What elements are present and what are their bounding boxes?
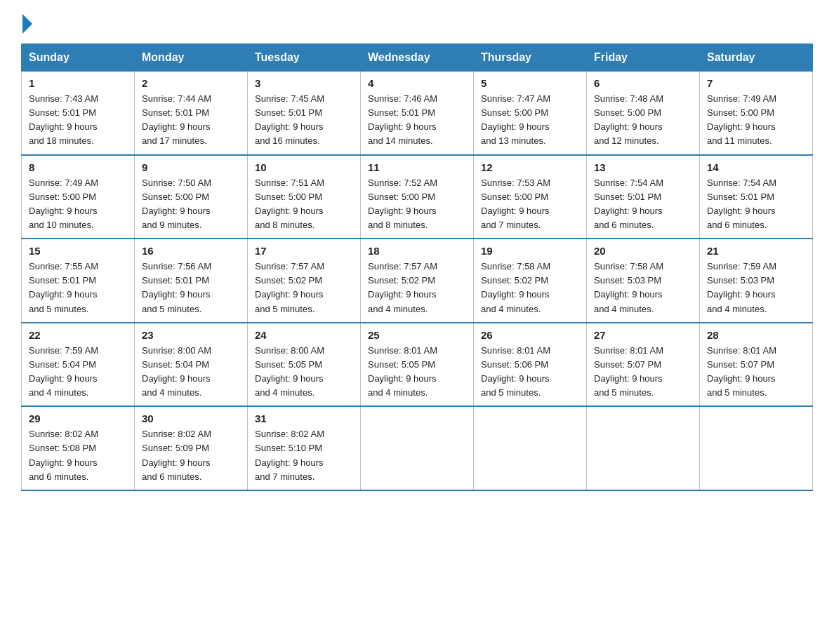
day-info: Sunrise: 7:43 AMSunset: 5:01 PMDaylight:… xyxy=(29,92,127,149)
day-number: 12 xyxy=(481,161,579,173)
day-info: Sunrise: 7:45 AMSunset: 5:01 PMDaylight:… xyxy=(255,92,353,149)
day-number: 16 xyxy=(142,245,240,257)
day-info: Sunrise: 8:00 AMSunset: 5:05 PMDaylight:… xyxy=(255,344,353,401)
day-number: 9 xyxy=(142,161,240,173)
day-number: 30 xyxy=(142,412,240,424)
day-info: Sunrise: 7:58 AMSunset: 5:03 PMDaylight:… xyxy=(594,260,692,316)
day-number: 27 xyxy=(594,329,692,341)
day-number: 18 xyxy=(368,245,466,257)
day-number: 10 xyxy=(255,161,353,173)
calendar-cell xyxy=(361,406,474,490)
day-number: 11 xyxy=(368,161,466,173)
calendar-week-row: 15Sunrise: 7:55 AMSunset: 5:01 PMDayligh… xyxy=(22,239,813,323)
calendar-cell: 29Sunrise: 8:02 AMSunset: 5:08 PMDayligh… xyxy=(22,406,135,490)
calendar-cell xyxy=(700,406,813,490)
day-info: Sunrise: 7:50 AMSunset: 5:00 PMDaylight:… xyxy=(142,176,240,233)
day-number: 20 xyxy=(594,245,692,257)
day-number: 6 xyxy=(594,77,692,89)
calendar-cell: 13Sunrise: 7:54 AMSunset: 5:01 PMDayligh… xyxy=(587,155,700,239)
day-info: Sunrise: 7:51 AMSunset: 5:00 PMDaylight:… xyxy=(255,176,353,233)
calendar-cell: 17Sunrise: 7:57 AMSunset: 5:02 PMDayligh… xyxy=(248,239,361,323)
calendar-cell: 26Sunrise: 8:01 AMSunset: 5:06 PMDayligh… xyxy=(474,323,587,407)
day-info: Sunrise: 7:52 AMSunset: 5:00 PMDaylight:… xyxy=(368,176,466,233)
calendar-cell xyxy=(587,406,700,490)
day-info: Sunrise: 7:55 AMSunset: 5:01 PMDaylight:… xyxy=(29,260,127,316)
calendar-week-row: 22Sunrise: 7:59 AMSunset: 5:04 PMDayligh… xyxy=(22,323,813,407)
calendar-cell: 14Sunrise: 7:54 AMSunset: 5:01 PMDayligh… xyxy=(700,155,813,239)
day-info: Sunrise: 7:46 AMSunset: 5:01 PMDaylight:… xyxy=(368,92,466,149)
calendar-week-row: 1Sunrise: 7:43 AMSunset: 5:01 PMDaylight… xyxy=(22,72,813,155)
header-monday: Monday xyxy=(135,44,248,72)
day-number: 5 xyxy=(481,77,579,89)
day-info: Sunrise: 7:56 AMSunset: 5:01 PMDaylight:… xyxy=(142,260,240,316)
day-info: Sunrise: 7:54 AMSunset: 5:01 PMDaylight:… xyxy=(707,176,805,233)
calendar-cell: 24Sunrise: 8:00 AMSunset: 5:05 PMDayligh… xyxy=(248,323,361,407)
day-number: 19 xyxy=(481,245,579,257)
calendar-cell: 12Sunrise: 7:53 AMSunset: 5:00 PMDayligh… xyxy=(474,155,587,239)
calendar-cell: 21Sunrise: 7:59 AMSunset: 5:03 PMDayligh… xyxy=(700,239,813,323)
calendar-cell: 9Sunrise: 7:50 AMSunset: 5:00 PMDaylight… xyxy=(135,155,248,239)
day-info: Sunrise: 7:58 AMSunset: 5:02 PMDaylight:… xyxy=(481,260,579,316)
day-info: Sunrise: 8:00 AMSunset: 5:04 PMDaylight:… xyxy=(142,344,240,401)
day-number: 4 xyxy=(368,77,466,89)
day-info: Sunrise: 7:53 AMSunset: 5:00 PMDaylight:… xyxy=(481,176,579,233)
day-info: Sunrise: 7:57 AMSunset: 5:02 PMDaylight:… xyxy=(368,260,466,316)
calendar-cell xyxy=(474,406,587,490)
calendar-cell: 20Sunrise: 7:58 AMSunset: 5:03 PMDayligh… xyxy=(587,239,700,323)
day-number: 14 xyxy=(707,161,805,173)
calendar-cell: 7Sunrise: 7:49 AMSunset: 5:00 PMDaylight… xyxy=(700,72,813,155)
header-tuesday: Tuesday xyxy=(248,44,361,72)
header-sunday: Sunday xyxy=(22,44,135,72)
day-info: Sunrise: 8:02 AMSunset: 5:08 PMDaylight:… xyxy=(29,427,127,484)
day-number: 31 xyxy=(255,412,353,424)
day-info: Sunrise: 8:02 AMSunset: 5:09 PMDaylight:… xyxy=(142,427,240,484)
day-info: Sunrise: 7:57 AMSunset: 5:02 PMDaylight:… xyxy=(255,260,353,316)
day-info: Sunrise: 8:02 AMSunset: 5:10 PMDaylight:… xyxy=(255,427,353,484)
calendar-cell: 5Sunrise: 7:47 AMSunset: 5:00 PMDaylight… xyxy=(474,72,587,155)
day-info: Sunrise: 7:47 AMSunset: 5:00 PMDaylight:… xyxy=(481,92,579,149)
calendar-cell: 4Sunrise: 7:46 AMSunset: 5:01 PMDaylight… xyxy=(361,72,474,155)
day-number: 13 xyxy=(594,161,692,173)
day-info: Sunrise: 7:48 AMSunset: 5:00 PMDaylight:… xyxy=(594,92,692,149)
calendar-cell: 1Sunrise: 7:43 AMSunset: 5:01 PMDaylight… xyxy=(22,72,135,155)
day-number: 25 xyxy=(368,329,466,341)
day-info: Sunrise: 7:59 AMSunset: 5:03 PMDaylight:… xyxy=(707,260,805,316)
logo-text xyxy=(21,14,33,34)
day-number: 28 xyxy=(707,329,805,341)
calendar-cell: 30Sunrise: 8:02 AMSunset: 5:09 PMDayligh… xyxy=(135,406,248,490)
calendar-cell: 15Sunrise: 7:55 AMSunset: 5:01 PMDayligh… xyxy=(22,239,135,323)
calendar-cell: 18Sunrise: 7:57 AMSunset: 5:02 PMDayligh… xyxy=(361,239,474,323)
day-number: 15 xyxy=(29,245,127,257)
calendar-cell: 25Sunrise: 8:01 AMSunset: 5:05 PMDayligh… xyxy=(361,323,474,407)
calendar-cell: 2Sunrise: 7:44 AMSunset: 5:01 PMDaylight… xyxy=(135,72,248,155)
header-friday: Friday xyxy=(587,44,700,72)
calendar-cell: 31Sunrise: 8:02 AMSunset: 5:10 PMDayligh… xyxy=(248,406,361,490)
calendar-table: SundayMondayTuesdayWednesdayThursdayFrid… xyxy=(21,43,813,491)
day-info: Sunrise: 8:01 AMSunset: 5:05 PMDaylight:… xyxy=(368,344,466,401)
day-info: Sunrise: 8:01 AMSunset: 5:06 PMDaylight:… xyxy=(481,344,579,401)
calendar-header-row: SundayMondayTuesdayWednesdayThursdayFrid… xyxy=(22,44,813,72)
logo xyxy=(21,14,33,31)
calendar-cell: 16Sunrise: 7:56 AMSunset: 5:01 PMDayligh… xyxy=(135,239,248,323)
day-number: 24 xyxy=(255,329,353,341)
calendar-cell: 19Sunrise: 7:58 AMSunset: 5:02 PMDayligh… xyxy=(474,239,587,323)
calendar-cell: 28Sunrise: 8:01 AMSunset: 5:07 PMDayligh… xyxy=(700,323,813,407)
calendar-cell: 22Sunrise: 7:59 AMSunset: 5:04 PMDayligh… xyxy=(22,323,135,407)
logo-triangle-icon xyxy=(22,14,32,34)
day-info: Sunrise: 8:01 AMSunset: 5:07 PMDaylight:… xyxy=(707,344,805,401)
calendar-cell: 6Sunrise: 7:48 AMSunset: 5:00 PMDaylight… xyxy=(587,72,700,155)
calendar-cell: 23Sunrise: 8:00 AMSunset: 5:04 PMDayligh… xyxy=(135,323,248,407)
day-number: 3 xyxy=(255,77,353,89)
day-number: 26 xyxy=(481,329,579,341)
calendar-cell: 3Sunrise: 7:45 AMSunset: 5:01 PMDaylight… xyxy=(248,72,361,155)
day-info: Sunrise: 7:59 AMSunset: 5:04 PMDaylight:… xyxy=(29,344,127,401)
page-header xyxy=(21,14,813,31)
calendar-cell: 11Sunrise: 7:52 AMSunset: 5:00 PMDayligh… xyxy=(361,155,474,239)
header-thursday: Thursday xyxy=(474,44,587,72)
calendar-cell: 10Sunrise: 7:51 AMSunset: 5:00 PMDayligh… xyxy=(248,155,361,239)
day-number: 29 xyxy=(29,412,127,424)
day-info: Sunrise: 8:01 AMSunset: 5:07 PMDaylight:… xyxy=(594,344,692,401)
day-info: Sunrise: 7:49 AMSunset: 5:00 PMDaylight:… xyxy=(29,176,127,233)
day-number: 21 xyxy=(707,245,805,257)
calendar-cell: 27Sunrise: 8:01 AMSunset: 5:07 PMDayligh… xyxy=(587,323,700,407)
